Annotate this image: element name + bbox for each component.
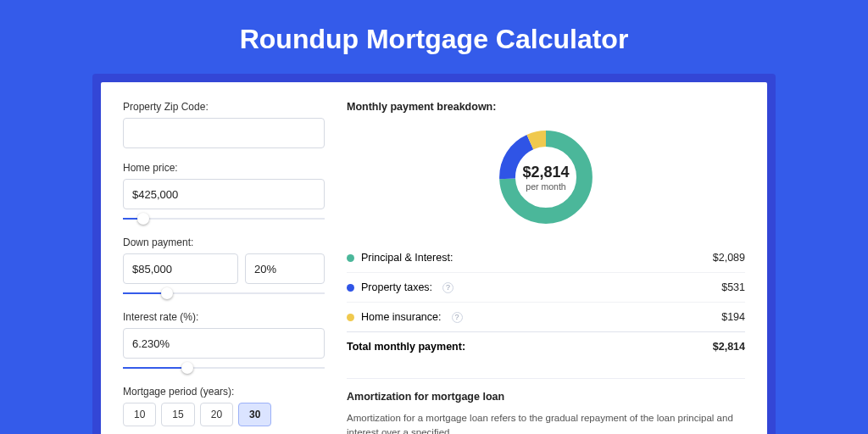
info-icon[interactable]: ? (452, 312, 463, 323)
amortization-body: Amortization for a mortgage loan refers … (347, 411, 745, 434)
breakdown-section-label: Monthly payment breakdown: (347, 101, 745, 113)
down-payment-label: Down payment: (123, 236, 325, 248)
breakdown-row-value: $531 (721, 281, 745, 293)
legend-dot (347, 314, 354, 321)
interest-rate-input[interactable]: 6.230% (123, 328, 325, 359)
mortgage-period-buttons: 10152030 (123, 403, 325, 426)
zip-input[interactable] (124, 119, 324, 147)
zip-label: Property Zip Code: (123, 101, 325, 113)
donut-amount: $2,814 (522, 164, 569, 181)
form-panel: Property Zip Code: Home price: $425,000 … (123, 101, 325, 434)
down-payment-input[interactable]: $85,000 (123, 253, 238, 284)
calculator-card: Property Zip Code: Home price: $425,000 … (101, 82, 767, 434)
home-price-input[interactable]: $425,000 (123, 179, 325, 209)
donut-chart: $2,814 per month (495, 126, 597, 228)
amortization-section: Amortization for mortgage loan Amortizat… (347, 378, 745, 434)
legend-dot (347, 284, 354, 292)
breakdown-row-label: Home insurance: (361, 311, 442, 323)
breakdown-row-value: $2,089 (713, 252, 745, 264)
zip-input-wrap (123, 118, 325, 148)
mortgage-period-label: Mortgage period (years): (123, 386, 325, 398)
breakdown-row-label: Principal & Interest: (361, 252, 453, 264)
period-button-30[interactable]: 30 (238, 403, 271, 426)
donut-sublabel: per month (526, 181, 565, 192)
info-icon[interactable]: ? (442, 282, 453, 293)
breakdown-row: Property taxes:?$531 (347, 272, 745, 302)
page-title: Roundup Mortgage Calculator (0, 0, 868, 74)
breakdown-row-label: Property taxes: (361, 281, 432, 293)
down-payment-pct-input[interactable]: 20% (245, 253, 325, 284)
interest-rate-slider[interactable] (123, 362, 325, 374)
breakdown-total-value: $2,814 (713, 341, 745, 353)
breakdown-total-label: Total monthly payment: (347, 341, 465, 353)
amortization-title: Amortization for mortgage loan (347, 391, 745, 403)
breakdown-total-row: Total monthly payment: $2,814 (347, 331, 745, 361)
breakdown-panel: Monthly payment breakdown: $2,814 per mo… (347, 101, 745, 434)
home-price-label: Home price: (123, 162, 325, 174)
period-button-10[interactable]: 10 (123, 403, 156, 426)
home-price-slider[interactable] (123, 213, 325, 225)
period-button-15[interactable]: 15 (161, 403, 194, 426)
breakdown-row: Principal & Interest:$2,089 (347, 243, 745, 272)
breakdown-row: Home insurance:?$194 (347, 302, 745, 331)
legend-dot (347, 254, 354, 262)
period-button-20[interactable]: 20 (200, 403, 233, 426)
breakdown-row-value: $194 (721, 311, 745, 323)
donut-chart-wrap: $2,814 per month (347, 121, 745, 243)
down-payment-slider[interactable] (123, 287, 325, 299)
card-raised-bg: Property Zip Code: Home price: $425,000 … (92, 74, 776, 434)
interest-rate-label: Interest rate (%): (123, 311, 325, 323)
